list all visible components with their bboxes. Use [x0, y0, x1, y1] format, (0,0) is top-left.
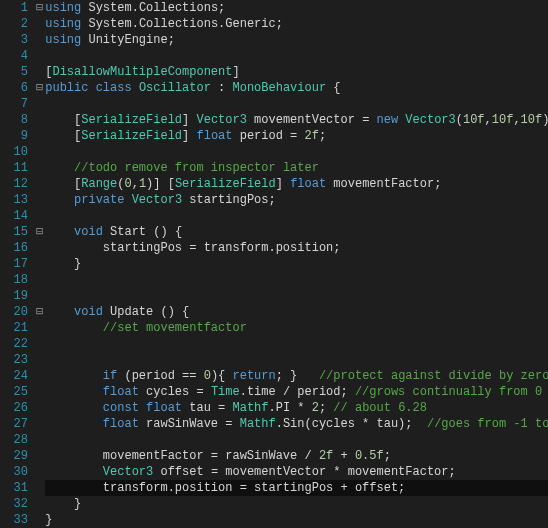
- line-number: 19: [4, 288, 28, 304]
- code-line[interactable]: [DisallowMultipleComponent]: [45, 64, 548, 80]
- code-editor[interactable]: 1234567891011121314151617181920212223242…: [0, 0, 548, 528]
- fold-spacer: [36, 48, 43, 64]
- line-number: 10: [4, 144, 28, 160]
- fold-spacer: [36, 256, 43, 272]
- line-number: 2: [4, 16, 28, 32]
- line-number: 6: [4, 80, 28, 96]
- code-line[interactable]: using System.Collections.Generic;: [45, 16, 548, 32]
- fold-toggle-icon[interactable]: ⊟: [36, 80, 43, 96]
- code-line[interactable]: [45, 96, 548, 112]
- code-line[interactable]: using System.Collections;: [45, 0, 548, 16]
- fold-spacer: [36, 128, 43, 144]
- line-number: 30: [4, 464, 28, 480]
- code-line[interactable]: [45, 208, 548, 224]
- fold-toggle-icon[interactable]: ⊟: [36, 304, 43, 320]
- fold-spacer: [36, 160, 43, 176]
- line-number: 28: [4, 432, 28, 448]
- fold-spacer: [36, 448, 43, 464]
- code-line[interactable]: [45, 144, 548, 160]
- line-number: 13: [4, 192, 28, 208]
- fold-toggle-icon[interactable]: ⊟: [36, 224, 43, 240]
- line-number: 17: [4, 256, 28, 272]
- code-line[interactable]: [SerializeField] Vector3 movementVector …: [45, 112, 548, 128]
- line-number: 27: [4, 416, 28, 432]
- line-number: 24: [4, 368, 28, 384]
- code-line[interactable]: Vector3 offset = movementVector * moveme…: [45, 464, 548, 480]
- fold-spacer: [36, 512, 43, 528]
- line-number: 9: [4, 128, 28, 144]
- fold-toggle-icon[interactable]: ⊟: [36, 0, 43, 16]
- code-line[interactable]: }: [45, 256, 548, 272]
- fold-spacer: [36, 496, 43, 512]
- fold-spacer: [36, 272, 43, 288]
- code-line[interactable]: startingPos = transform.position;: [45, 240, 548, 256]
- code-area[interactable]: using System.Collections;using System.Co…: [43, 0, 548, 528]
- fold-spacer: [36, 416, 43, 432]
- fold-gutter[interactable]: ⊟⊟⊟⊟: [36, 0, 43, 528]
- code-line[interactable]: const float tau = Mathf.PI * 2; // about…: [45, 400, 548, 416]
- line-number: 33: [4, 512, 28, 528]
- line-number: 4: [4, 48, 28, 64]
- code-line[interactable]: //todo remove from inspector later: [45, 160, 548, 176]
- code-line[interactable]: [45, 288, 548, 304]
- fold-spacer: [36, 368, 43, 384]
- code-line[interactable]: //set movementfactor: [45, 320, 548, 336]
- fold-spacer: [36, 32, 43, 48]
- fold-spacer: [36, 192, 43, 208]
- code-line[interactable]: }: [45, 512, 548, 528]
- line-number: 29: [4, 448, 28, 464]
- code-line[interactable]: [45, 352, 548, 368]
- code-line[interactable]: if (period == 0){ return; } //protect ag…: [45, 368, 548, 384]
- code-line[interactable]: float cycles = Time.time / period; //gro…: [45, 384, 548, 400]
- fold-spacer: [36, 336, 43, 352]
- code-line[interactable]: void Start () {: [45, 224, 548, 240]
- code-line[interactable]: movementFactor = rawSinWave / 2f + 0.5f;: [45, 448, 548, 464]
- line-number: 8: [4, 112, 28, 128]
- fold-spacer: [36, 480, 43, 496]
- code-line[interactable]: using UnityEngine;: [45, 32, 548, 48]
- fold-spacer: [36, 320, 43, 336]
- line-number: 15: [4, 224, 28, 240]
- line-number: 18: [4, 272, 28, 288]
- line-number: 32: [4, 496, 28, 512]
- line-number: 5: [4, 64, 28, 80]
- line-number: 3: [4, 32, 28, 48]
- code-line[interactable]: void Update () {: [45, 304, 548, 320]
- line-number-gutter: 1234567891011121314151617181920212223242…: [0, 0, 36, 528]
- code-line[interactable]: transform.position = startingPos + offse…: [45, 480, 548, 496]
- fold-spacer: [36, 400, 43, 416]
- fold-spacer: [36, 464, 43, 480]
- code-line[interactable]: [45, 272, 548, 288]
- fold-spacer: [36, 112, 43, 128]
- line-number: 14: [4, 208, 28, 224]
- code-line[interactable]: }: [45, 496, 548, 512]
- fold-spacer: [36, 288, 43, 304]
- fold-spacer: [36, 96, 43, 112]
- line-number: 25: [4, 384, 28, 400]
- line-number: 22: [4, 336, 28, 352]
- code-line[interactable]: float rawSinWave = Mathf.Sin(cycles * ta…: [45, 416, 548, 432]
- fold-spacer: [36, 432, 43, 448]
- fold-spacer: [36, 16, 43, 32]
- fold-spacer: [36, 384, 43, 400]
- fold-spacer: [36, 144, 43, 160]
- line-number: 1: [4, 0, 28, 16]
- code-line[interactable]: [45, 336, 548, 352]
- code-line[interactable]: [SerializeField] float period = 2f;: [45, 128, 548, 144]
- fold-spacer: [36, 352, 43, 368]
- line-number: 23: [4, 352, 28, 368]
- line-number: 26: [4, 400, 28, 416]
- code-line[interactable]: public class Oscillator : MonoBehaviour …: [45, 80, 548, 96]
- code-line[interactable]: [45, 48, 548, 64]
- line-number: 11: [4, 160, 28, 176]
- line-number: 31: [4, 480, 28, 496]
- code-line[interactable]: private Vector3 startingPos;: [45, 192, 548, 208]
- code-line[interactable]: [45, 432, 548, 448]
- fold-spacer: [36, 64, 43, 80]
- line-number: 12: [4, 176, 28, 192]
- fold-spacer: [36, 208, 43, 224]
- code-line[interactable]: [Range(0,1)] [SerializeField] float move…: [45, 176, 548, 192]
- line-number: 21: [4, 320, 28, 336]
- fold-spacer: [36, 176, 43, 192]
- fold-spacer: [36, 240, 43, 256]
